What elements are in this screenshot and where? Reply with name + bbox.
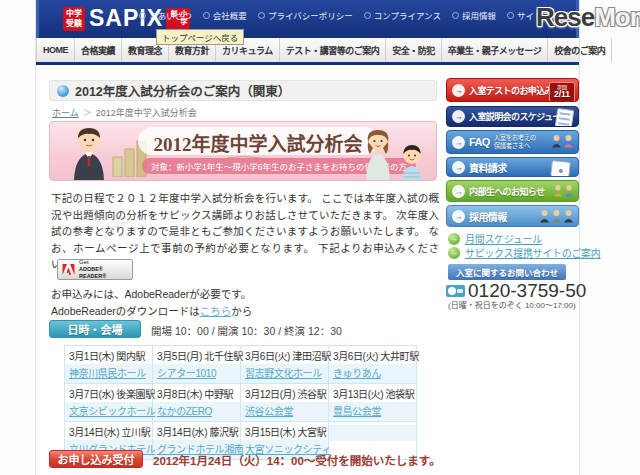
ring-bullet-icon xyxy=(139,12,146,19)
venue-link[interactable]: 神奈川県民ホール xyxy=(69,368,146,379)
child-illustration-icon xyxy=(398,144,426,180)
banner-title: 2012年度中学入試分析会 xyxy=(138,129,378,156)
screenshot-canvas: 中学 受験 SAPIX 小学部 ごあいさつ 会社概要 プライバシーポリシー コン… xyxy=(0,0,640,475)
event-date: 3月14日(水) 藤沢駅 xyxy=(153,422,240,440)
ring-bullet-icon xyxy=(258,12,265,19)
arrow-circle-icon: → xyxy=(452,161,465,174)
main-nav: HOME 合格実績 教育理念 教育方針 カリキュラム テスト・講習等のご案内 安… xyxy=(36,38,579,65)
event-banner: 2012年度中学入試分析会 対象：新小学1年生～現小学6年生のお子さまをお持ちの… xyxy=(49,121,437,181)
staff-people-icon xyxy=(539,209,574,223)
event-date: 3月15日(木) 大宮駅 xyxy=(241,422,328,440)
nav-item-tests[interactable]: テスト・講習等のご案内 xyxy=(279,38,386,62)
breadcrumb: ホーム＞2012年度中学入試分析会 xyxy=(52,106,197,119)
parents-people-icon xyxy=(551,134,574,148)
arrow-circle-icon: → xyxy=(452,110,465,123)
application-start-text: 2012年1月24日（火）14：00～受付を開始いたします。 xyxy=(153,452,441,468)
event-date: 3月8日(木) 中野駅 xyxy=(153,384,240,402)
arrow-circle-icon: → xyxy=(452,136,465,149)
adobe-badge-text: Get ADOBE® READER® xyxy=(79,259,128,280)
resemom-watermark: ReseMom xyxy=(536,2,640,33)
adobe-note-1: お申込みには、AdobeReaderが必要です。 xyxy=(51,286,251,301)
event-date: 3月6日(火) 津田沼駅 xyxy=(241,346,328,364)
page-title-bar: 2012年度入試分析会のご案内（関東） xyxy=(49,80,437,101)
nav-item-results[interactable]: 合格実績 xyxy=(74,38,121,62)
arrow-circle-icon: → xyxy=(452,185,465,198)
arrow-circle-icon: → xyxy=(452,84,465,97)
arrow-bullet-icon: → xyxy=(448,233,460,245)
sidebar-recruit-button[interactable]: → 採用情報 xyxy=(446,205,579,227)
kids-people-icon xyxy=(553,184,574,197)
schedule-time-info: 開場 10：00 / 開演 10：30 / 終演 12：30 xyxy=(151,323,342,338)
event-date: 3月7日(水) 後楽園駅 xyxy=(65,384,152,402)
sidebar-entry-test-button[interactable]: → 入室テストのお申込み 次回 2/11 xyxy=(446,78,579,102)
page-frame: 中学 受験 SAPIX 小学部 ごあいさつ 会社概要 プライバシーポリシー コン… xyxy=(35,0,580,475)
utility-link-privacy[interactable]: プライバシーポリシー xyxy=(258,9,353,21)
calendar-icon xyxy=(555,108,574,127)
schedule-table: 3月1日(木) 関内駅神奈川県民ホール 3月5日(月) 北千住駅シアター1010… xyxy=(64,345,417,460)
logo-badge-chugaku-juken: 中学 受験 xyxy=(63,7,85,31)
utility-link-greeting[interactable]: ごあいさつ xyxy=(139,9,192,21)
nav-item-home[interactable]: HOME xyxy=(36,38,74,62)
free-dial-icon xyxy=(446,285,465,297)
venue-link[interactable]: 習志野文化ホール xyxy=(245,368,322,379)
arrow-circle-icon: → xyxy=(452,210,465,223)
table-row: 3月1日(木) 関内駅神奈川県民ホール 3月5日(月) 北千住駅シアター1010… xyxy=(65,346,417,384)
breadcrumb-separator: ＞ xyxy=(83,108,92,118)
sidebar-request-materials-button[interactable]: → 資料請求 xyxy=(446,157,579,177)
sidebar-link-monthly-schedule[interactable]: → 月間スケジュール xyxy=(448,231,542,246)
venue-link[interactable]: 文京シビックホール xyxy=(69,406,155,417)
nav-item-graduates[interactable]: 卒業生・親子メッセージ xyxy=(441,38,547,62)
breadcrumb-home-link[interactable]: ホーム xyxy=(52,108,79,118)
venue-link[interactable]: 渋谷公会堂 xyxy=(245,406,293,417)
application-section-heading: お申し込み受付 xyxy=(49,450,143,468)
adobe-download-link[interactable]: こちら xyxy=(200,305,232,317)
sidebar-link-partner-sites[interactable]: → サピックス提携サイトのご案内 xyxy=(448,245,601,260)
arrow-bullet-icon: → xyxy=(448,247,460,259)
ring-bullet-icon xyxy=(364,12,371,19)
event-date: 3月12日(月) 渋谷駅 xyxy=(241,384,328,402)
utility-link-company[interactable]: 会社概要 xyxy=(203,9,247,21)
event-date: 3月6日(火) 大井町駅 xyxy=(329,346,416,364)
event-date: 3月14日(水) 立川駅 xyxy=(65,422,152,440)
event-date: 3月1日(木) 関内駅 xyxy=(65,346,152,364)
event-date: 3月5日(月) 北千住駅 xyxy=(153,346,240,364)
page-title: 2012年度入試分析会のご案内（関東） xyxy=(75,81,290,100)
ring-bullet-icon xyxy=(507,12,514,19)
schedule-section-heading: 日時・会場 xyxy=(49,320,141,338)
nav-item-schools[interactable]: 校舎のご案内 xyxy=(547,38,612,62)
next-date-badge: 次回 2/11 xyxy=(549,82,575,102)
teacher-illustration-icon xyxy=(66,126,112,180)
sidebar-faq-button[interactable]: → FAQ 入室をお考えの 保護者さまへ xyxy=(446,130,579,154)
event-date: 3月13日(火) 池袋駅 xyxy=(329,384,416,402)
utility-link-recruit[interactable]: 採用情報 xyxy=(452,9,496,21)
venue-link[interactable]: 豊島公会堂 xyxy=(333,406,381,417)
venue-empty xyxy=(329,425,416,441)
sidebar-info-session-button[interactable]: → 入室説明会のスケジュール xyxy=(446,106,579,127)
contact-label: 入室に関するお問い合わせ xyxy=(448,264,566,280)
nav-item-safety[interactable]: 安全・防犯 xyxy=(385,38,441,62)
adobe-note-2-prefix: AdobeReaderのダウンロードは xyxy=(51,305,200,317)
utility-link-compliance[interactable]: コンプライアンス xyxy=(364,9,441,21)
get-adobe-reader-button[interactable]: Get ADOBE® READER® xyxy=(57,259,133,280)
table-row: 3月7日(水) 後楽園駅文京シビックホール 3月8日(木) 中野駅なかのZERO… xyxy=(65,384,417,422)
mother-illustration-icon xyxy=(362,128,394,180)
adobe-note-2: AdobeReaderのダウンロードはこちらから xyxy=(51,303,252,318)
document-bag-icon xyxy=(550,160,571,177)
adobe-reader-icon xyxy=(62,263,75,276)
ring-bullet-icon xyxy=(203,12,210,19)
venue-link[interactable]: きゅりあん xyxy=(333,368,381,379)
blue-dot-icon xyxy=(57,85,69,97)
sidebar-internal-students-button[interactable]: → 内部生へのお知らせ xyxy=(446,180,579,202)
adobe-note-2-suffix: から xyxy=(231,305,252,317)
ring-bullet-icon xyxy=(452,12,459,19)
venue-link[interactable]: シアター1010 xyxy=(157,368,216,379)
utility-links: ごあいさつ 会社概要 プライバシーポリシー コンプライアンス 採用情報 サイトマ… xyxy=(139,9,568,21)
logo-tooltip: トップページへ戻る xyxy=(156,29,244,45)
phone-hours: (日曜・祝日をのぞく 10:00～17:00) xyxy=(448,299,576,310)
breadcrumb-current: 2012年度中学入試分析会 xyxy=(96,108,197,118)
venue-link[interactable]: なかのZERO xyxy=(157,406,212,417)
site-header: 中学 受験 SAPIX 小学部 ごあいさつ 会社概要 プライバシーポリシー コン… xyxy=(36,0,579,38)
